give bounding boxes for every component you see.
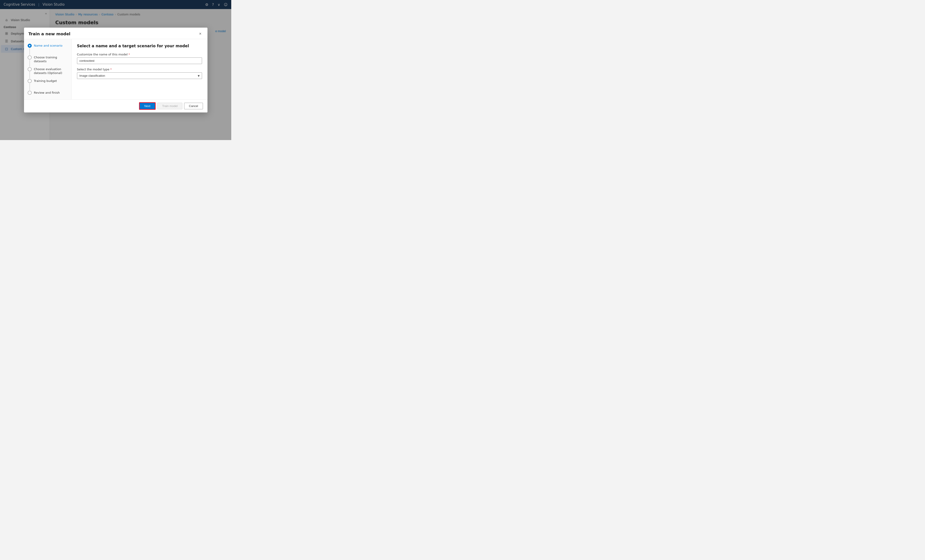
step-5-indicator — [28, 91, 32, 95]
wizard-steps-panel: Name and scenario Choose training datase… — [24, 39, 72, 99]
step-5-dot — [28, 91, 32, 95]
wizard-step-training-datasets[interactable]: Choose training datasets — [28, 56, 68, 67]
next-button[interactable]: Next — [139, 102, 155, 110]
step-4-dot — [28, 79, 32, 83]
wizard-step-evaluation-datasets[interactable]: Choose evaluation datasets (Optional) — [28, 67, 68, 79]
step-2-dot — [28, 56, 32, 60]
step-2-indicator — [28, 56, 32, 67]
model-type-select-wrapper: Image classification Object detection ▼ — [77, 72, 202, 79]
step-4-indicator — [28, 79, 32, 91]
dialog-body: Name and scenario Choose training datase… — [24, 39, 208, 99]
wizard-content-title: Select a name and a target scenario for … — [77, 44, 202, 48]
step-2-label: Choose training datasets — [34, 56, 68, 63]
model-type-select[interactable]: Image classification Object detection — [77, 72, 202, 79]
model-name-field: Customize the name of this model * — [77, 53, 202, 64]
train-model-dialog: Train a new model × Name and scenario — [24, 28, 208, 113]
step-5-label: Review and finish — [34, 91, 60, 95]
step-1-label: Name and scenario — [34, 44, 63, 48]
wizard-content-panel: Select a name and a target scenario for … — [72, 39, 208, 99]
step-3-indicator — [28, 67, 32, 79]
wizard-step-name-scenario[interactable]: Name and scenario — [28, 44, 68, 56]
step-4-line — [29, 84, 30, 90]
model-name-input[interactable] — [77, 57, 202, 64]
step-3-dot — [28, 67, 32, 71]
model-name-required: * — [128, 53, 130, 56]
step-3-line — [29, 72, 30, 78]
wizard-step-review-finish[interactable]: Review and finish — [28, 91, 68, 95]
modal-overlay: Train a new model × Name and scenario — [0, 0, 231, 140]
wizard-step-training-budget[interactable]: Training budget — [28, 79, 68, 91]
cancel-button[interactable]: Cancel — [184, 103, 203, 109]
model-type-field: Select the model type * Image classifica… — [77, 68, 202, 79]
footer-right: Next Train model Cancel — [139, 102, 203, 110]
step-1-dot — [28, 44, 32, 48]
dialog-footer: Next Train model Cancel — [24, 99, 208, 113]
dialog-title: Train a new model — [29, 32, 71, 36]
dialog-close-button[interactable]: × — [198, 31, 203, 36]
step-4-label: Training budget — [34, 79, 57, 83]
model-type-required: * — [110, 68, 112, 71]
model-type-label: Select the model type * — [77, 68, 202, 71]
step-1-line — [29, 48, 30, 55]
dialog-header: Train a new model × — [24, 28, 208, 39]
step-1-indicator — [28, 44, 32, 56]
train-model-button: Train model — [157, 103, 182, 109]
step-3-label: Choose evaluation datasets (Optional) — [34, 67, 68, 75]
model-name-label: Customize the name of this model * — [77, 53, 202, 56]
step-2-line — [29, 60, 30, 67]
